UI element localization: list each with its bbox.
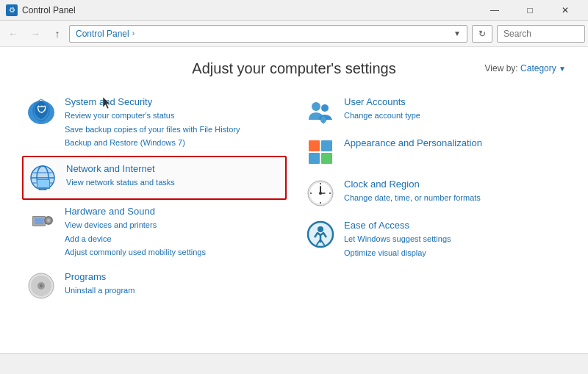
network-internet-icon [28, 163, 57, 193]
user-accounts-title[interactable]: User Accounts [344, 96, 420, 107]
svg-rect-11 [39, 190, 46, 190]
svg-rect-9 [37, 180, 49, 187]
clock-region-link-0[interactable]: Change date, time, or number formats [344, 191, 481, 205]
ease-access-title[interactable]: Ease of Access [344, 220, 451, 231]
hardware-sound-icon [26, 206, 56, 235]
view-by: View by: Category ▼ [485, 63, 566, 73]
view-by-arrow-icon: ▼ [559, 65, 566, 73]
svg-rect-26 [309, 153, 320, 164]
app-icon [6, 4, 18, 16]
category-ease-access: Ease of Access Let Windows suggest setti… [301, 214, 566, 265]
category-system-security: 🛡 System and Security Review your comput… [22, 90, 287, 156]
ease-access-text: Ease of Access Let Windows suggest setti… [344, 220, 451, 259]
clock-region-icon [306, 179, 335, 208]
svg-rect-24 [309, 140, 320, 151]
categories-grid: 🛡 System and Security Review your comput… [22, 90, 566, 306]
ease-access-icon [306, 220, 335, 249]
svg-rect-25 [321, 140, 332, 151]
appearance-text: Appearance and Personalization [344, 137, 482, 150]
svg-point-22 [312, 102, 320, 111]
window-controls: — □ ✕ [478, 0, 582, 21]
system-security-link-1[interactable]: Save backup copies of your files with Fi… [65, 123, 240, 137]
svg-rect-17 [35, 218, 43, 224]
system-security-link-0[interactable]: Review your computer's status [65, 109, 240, 123]
category-appearance: Appearance and Personalization [301, 132, 566, 173]
clock-region-text: Clock and Region Change date, time, or n… [344, 179, 481, 205]
category-clock-region: Clock and Region Change date, time, or n… [301, 173, 566, 214]
svg-text:🛡: 🛡 [37, 104, 46, 115]
cursor-indicator [103, 97, 112, 112]
hardware-sound-link-0[interactable]: View devices and printers [65, 218, 206, 232]
hardware-sound-link-2[interactable]: Adjust commonly used mobility settings [65, 245, 206, 259]
up-button[interactable]: ↑ [47, 24, 68, 44]
user-accounts-text: User Accounts Change account type [344, 96, 420, 123]
address-input[interactable]: Control Panel › ▼ [69, 25, 467, 43]
network-internet-link-0[interactable]: View network status and tasks [66, 176, 175, 190]
svg-point-16 [47, 219, 50, 222]
user-accounts-link-0[interactable]: Change account type [344, 109, 420, 123]
minimize-button[interactable]: — [478, 0, 512, 21]
left-column: 🛡 System and Security Review your comput… [22, 90, 287, 306]
user-accounts-icon [306, 96, 335, 126]
programs-link-0[interactable]: Uninstall a program [65, 284, 135, 298]
main-content: Adjust your computer's settings View by:… [0, 47, 588, 314]
appearance-icon [306, 137, 335, 167]
svg-point-39 [318, 226, 323, 232]
right-column: User Accounts Change account type Appear… [301, 90, 566, 306]
ease-access-link-1[interactable]: Optimize visual display [344, 246, 451, 260]
address-path: Control Panel [76, 29, 129, 39]
title-bar: Control Panel — □ ✕ [0, 0, 588, 21]
system-security-link-2[interactable]: Backup and Restore (Windows 7) [65, 136, 240, 150]
hardware-sound-link-1[interactable]: Add a device [65, 232, 206, 246]
svg-point-36 [319, 192, 322, 195]
clock-region-title[interactable]: Clock and Region [344, 179, 481, 190]
appearance-title[interactable]: Appearance and Personalization [344, 137, 482, 148]
refresh-button[interactable]: ↻ [472, 25, 492, 43]
system-security-icon: 🛡 [26, 96, 56, 126]
hardware-sound-text: Hardware and Sound View devices and prin… [65, 206, 206, 259]
category-hardware-sound: Hardware and Sound View devices and prin… [22, 200, 287, 265]
category-user-accounts: User Accounts Change account type [301, 90, 566, 132]
category-network-internet: Network and Internet View network status… [22, 156, 287, 200]
close-button[interactable]: ✕ [548, 0, 582, 21]
maximize-button[interactable]: □ [513, 0, 547, 21]
svg-rect-27 [321, 153, 332, 164]
back-button[interactable]: ← [3, 24, 24, 44]
address-bar: ← → ↑ Control Panel › ▼ ↻ [0, 21, 588, 47]
window-title: Control Panel [22, 5, 76, 15]
network-internet-text: Network and Internet View network status… [66, 163, 175, 190]
hardware-sound-title[interactable]: Hardware and Sound [65, 206, 206, 217]
status-bar [0, 353, 588, 374]
programs-text: Programs Uninstall a program [65, 271, 135, 298]
programs-icon [26, 271, 56, 301]
system-security-title[interactable]: System and Security [65, 96, 240, 107]
search-input[interactable] [497, 25, 585, 43]
programs-title[interactable]: Programs [65, 271, 135, 282]
address-arrow: › [132, 29, 135, 37]
forward-button[interactable]: → [25, 24, 46, 44]
system-security-text: System and Security Review your computer… [65, 96, 240, 150]
svg-point-23 [321, 104, 329, 112]
address-dropdown-arrow: ▼ [453, 29, 461, 37]
category-programs: Programs Uninstall a program [22, 265, 287, 306]
svg-point-21 [40, 284, 43, 287]
ease-access-link-0[interactable]: Let Windows suggest settings [344, 232, 451, 246]
network-internet-title[interactable]: Network and Internet [66, 163, 175, 174]
view-by-value[interactable]: Category [520, 63, 556, 73]
